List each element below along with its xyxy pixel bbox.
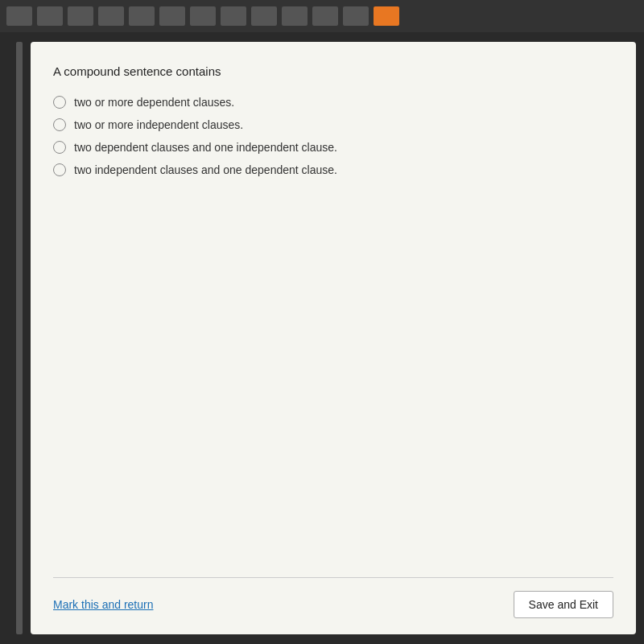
option-a-label: two or more dependent clauses. bbox=[74, 96, 234, 109]
nav-square-1[interactable] bbox=[6, 6, 32, 26]
option-b-label: two or more independent clauses. bbox=[74, 118, 243, 131]
nav-square-12[interactable] bbox=[343, 6, 369, 26]
option-a[interactable]: two or more dependent clauses. bbox=[53, 96, 613, 109]
radio-d[interactable] bbox=[53, 163, 66, 176]
nav-square-11[interactable] bbox=[312, 6, 338, 26]
option-b[interactable]: two or more independent clauses. bbox=[53, 118, 613, 131]
nav-square-3[interactable] bbox=[68, 6, 93, 26]
nav-square-2[interactable] bbox=[37, 6, 63, 26]
nav-square-9[interactable] bbox=[251, 6, 277, 26]
nav-square-4[interactable] bbox=[98, 6, 124, 26]
nav-square-8[interactable] bbox=[221, 6, 246, 26]
option-c[interactable]: two dependent clauses and one independen… bbox=[53, 141, 613, 154]
nav-square-6[interactable] bbox=[159, 6, 185, 26]
option-c-label: two dependent clauses and one independen… bbox=[74, 141, 337, 154]
radio-c[interactable] bbox=[53, 141, 66, 154]
nav-square-7[interactable] bbox=[190, 6, 216, 26]
content-card: A compound sentence contains two or more… bbox=[31, 42, 636, 634]
radio-a[interactable] bbox=[53, 96, 66, 109]
top-bar bbox=[0, 0, 644, 32]
option-d-label: two independent clauses and one dependen… bbox=[74, 163, 337, 176]
card-footer: Mark this and return Save and Exit bbox=[53, 577, 613, 618]
left-tab bbox=[16, 42, 23, 634]
nav-square-13[interactable] bbox=[374, 6, 399, 26]
options-list: two or more dependent clauses. two or mo… bbox=[53, 96, 613, 577]
option-d[interactable]: two independent clauses and one dependen… bbox=[53, 163, 613, 176]
question-text: A compound sentence contains bbox=[53, 64, 613, 78]
nav-square-10[interactable] bbox=[282, 6, 308, 26]
nav-square-5[interactable] bbox=[129, 6, 155, 26]
radio-b[interactable] bbox=[53, 118, 66, 131]
main-wrapper: A compound sentence contains two or more… bbox=[0, 32, 644, 644]
save-exit-button[interactable]: Save and Exit bbox=[514, 591, 613, 618]
mark-return-button[interactable]: Mark this and return bbox=[53, 598, 154, 611]
